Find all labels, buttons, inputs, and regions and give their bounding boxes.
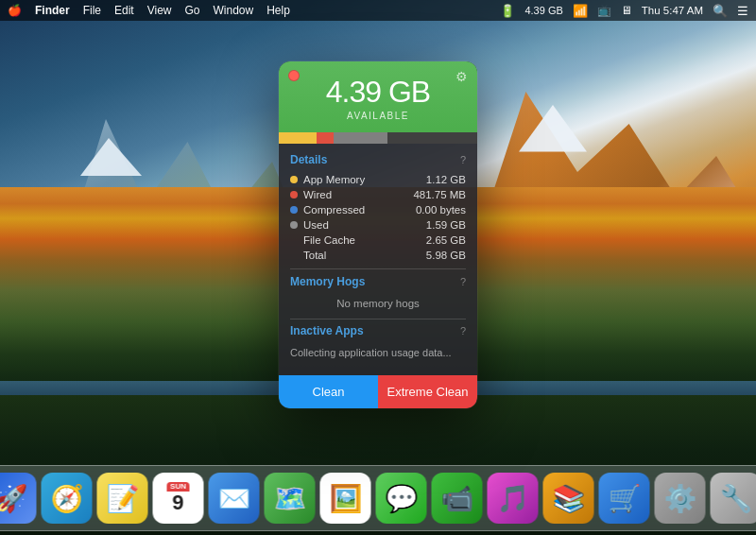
total-label: Total	[290, 250, 326, 261]
details-title: Details	[290, 153, 327, 166]
go-menu[interactable]: Go	[185, 4, 200, 17]
bar-file-cache	[387, 132, 477, 144]
display-icon[interactable]: 🖥	[621, 4, 632, 17]
detail-row-used: Used 1.59 GB	[290, 217, 466, 233]
detail-row-wired: Wired 481.75 MB	[290, 187, 466, 202]
dock-icon-maps[interactable]: 🗺️	[265, 473, 316, 524]
inactive-apps-header: Inactive Apps ?	[290, 324, 466, 337]
app-memory-value: 1.12 GB	[426, 174, 466, 185]
used-value: 1.59 GB	[426, 219, 466, 231]
detail-row-compressed: Compressed 0.00 bytes	[290, 202, 466, 217]
memory-available-label: AVAILABLE	[290, 111, 466, 121]
dock-icon-mail[interactable]: ✉️	[209, 473, 260, 524]
details-help-icon[interactable]: ?	[460, 154, 466, 165]
dock-icon-messages[interactable]: 💬	[376, 473, 427, 524]
compressed-label: Compressed	[290, 204, 365, 216]
dock-icon-calendar[interactable]: SUN 9	[153, 473, 204, 524]
dot-wired	[290, 191, 298, 198]
detail-row-file-cache: File Cache 2.65 GB	[290, 233, 466, 248]
battery-icon: 🔋	[500, 4, 515, 18]
widget-buttons: Clean Extreme Clean	[279, 375, 477, 408]
compressed-value: 0.00 bytes	[416, 204, 466, 216]
dock-icon-appstore[interactable]: 🛒	[599, 473, 650, 524]
help-menu[interactable]: Help	[266, 4, 290, 17]
clock: Thu 5:47 AM	[642, 5, 703, 16]
window-menu[interactable]: Window	[214, 4, 254, 17]
no-hogs-text: No memory hogs	[290, 294, 466, 313]
dock-icon-safari[interactable]: 🧭	[42, 473, 93, 524]
widget-header: ⚙ 4.39 GB AVAILABLE	[279, 61, 477, 132]
divider-1	[290, 268, 466, 269]
gear-icon[interactable]: ⚙	[455, 69, 468, 84]
divider-2	[290, 319, 466, 319]
details-section-header: Details ?	[290, 153, 466, 166]
dock-icon-migration[interactable]: 🔧	[711, 473, 757, 524]
airplay-icon[interactable]: 📺	[597, 4, 611, 17]
close-button[interactable]	[288, 70, 300, 81]
memory-bar	[279, 132, 477, 144]
finder-menu[interactable]: Finder	[35, 4, 70, 17]
memory-hogs-title: Memory Hogs	[290, 275, 365, 288]
file-menu[interactable]: File	[83, 4, 101, 17]
wired-label: Wired	[290, 189, 332, 200]
clean-button[interactable]: Clean	[279, 375, 378, 408]
memory-widget: ⚙ 4.39 GB AVAILABLE Details ? App Memory…	[279, 61, 477, 408]
menubar-left: 🍎 Finder File Edit View Go Window Help	[8, 4, 290, 17]
memory-hogs-header: Memory Hogs ?	[290, 275, 466, 288]
dock-icon-itunes[interactable]: 🎵	[488, 473, 539, 524]
widget-body: Details ? App Memory 1.12 GB Wired 481.7…	[279, 144, 477, 371]
bar-wired	[317, 132, 333, 144]
dock-icon-photos[interactable]: 🖼️	[320, 473, 371, 524]
dock-icon-facetime[interactable]: 📹	[432, 473, 483, 524]
dock-icon-ibooks[interactable]: 📚	[543, 473, 594, 524]
dot-used	[290, 221, 298, 229]
file-cache-value: 2.65 GB	[426, 234, 466, 246]
dock-icon-prefs[interactable]: ⚙️	[655, 473, 706, 524]
app-memory-label: App Memory	[290, 174, 365, 185]
menubar-right: 🔋 4.39 GB 📶 📺 🖥 Thu 5:47 AM 🔍 ☰	[500, 4, 748, 18]
dot-app-memory	[290, 176, 298, 183]
inactive-apps-title: Inactive Apps	[290, 324, 364, 337]
dock-icon-notes[interactable]: 📝	[97, 473, 148, 524]
search-icon[interactable]: 🔍	[713, 4, 728, 18]
menubar: 🍎 Finder File Edit View Go Window Help 🔋…	[0, 0, 756, 21]
detail-row-app-memory: App Memory 1.12 GB	[290, 172, 466, 187]
dot-compressed	[290, 206, 298, 214]
bar-used	[334, 132, 387, 144]
memory-available-value: 4.39 GB	[290, 75, 466, 110]
wired-value: 481.75 MB	[413, 189, 466, 200]
file-cache-label: File Cache	[290, 234, 355, 246]
extreme-clean-button[interactable]: Extreme Clean	[378, 375, 477, 408]
battery-value: 4.39 GB	[524, 5, 562, 16]
view-menu[interactable]: View	[147, 4, 172, 17]
used-label: Used	[290, 219, 329, 231]
detail-row-total: Total 5.98 GB	[290, 248, 466, 263]
collecting-text: Collecting application usage data...	[290, 343, 466, 364]
dock-icon-launchpad[interactable]: 🚀	[0, 473, 37, 524]
total-value: 5.98 GB	[426, 250, 466, 261]
dock: 🗂️ 🔮 🚀 🧭 📝 SUN 9 ✉️ 🗺️ 🖼️ 💬 📹 🎵 📚 🛒 ⚙️ 🔧…	[0, 465, 756, 531]
apple-menu[interactable]: 🍎	[8, 4, 22, 17]
wifi-icon[interactable]: 📶	[573, 4, 588, 18]
inactive-apps-help-icon[interactable]: ?	[460, 325, 466, 337]
bar-app-memory	[279, 132, 317, 144]
control-center-icon[interactable]: ☰	[737, 4, 748, 18]
memory-hogs-help-icon[interactable]: ?	[460, 276, 466, 287]
edit-menu[interactable]: Edit	[114, 4, 134, 17]
